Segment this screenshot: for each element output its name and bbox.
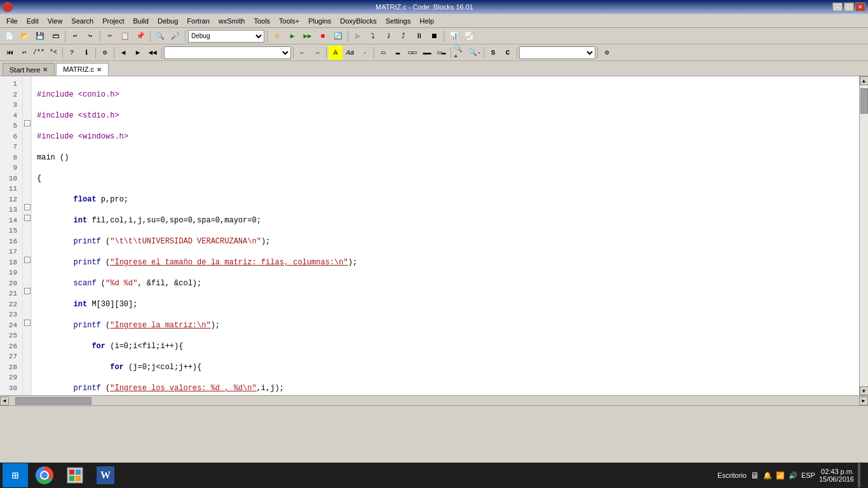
tb2-sel-btn2[interactable]: ▬ (391, 46, 405, 60)
menu-tools-plus[interactable]: Tools+ (275, 16, 303, 26)
tb2-comment[interactable]: /** (32, 46, 46, 60)
tb2-comment2[interactable]: *< (46, 46, 60, 60)
tab-start-here-close[interactable]: ✕ (43, 66, 48, 73)
tb2-btn1[interactable]: ⏮ (3, 46, 17, 60)
scroll-right-button[interactable]: ▶ (859, 396, 868, 405)
taskbar-codeblocks[interactable] (61, 463, 89, 487)
minimize-button[interactable]: − (832, 3, 843, 11)
build-button[interactable]: ⚙ (270, 29, 284, 43)
save-all-button[interactable]: 🗃 (48, 29, 62, 43)
tb2-sel-btn5[interactable]: ▭▬ (435, 46, 449, 60)
debug-over-button[interactable]: ⤸ (381, 29, 395, 43)
menu-help[interactable]: Help (416, 16, 438, 26)
tb2-back-btn[interactable]: ← (295, 46, 309, 60)
plugin-btn2[interactable]: 📈 (462, 29, 476, 43)
tb2-C-btn[interactable]: C (501, 46, 515, 60)
fold-21[interactable]: - (23, 286, 31, 297)
debug-run-button[interactable]: ▷ (351, 29, 365, 43)
find-button[interactable]: 🔍 (153, 29, 167, 43)
close-button[interactable]: ✕ (855, 3, 865, 11)
fold-13[interactable]: - (23, 202, 31, 213)
debug-step-button[interactable]: ⤵ (366, 29, 380, 43)
scroll-up-button[interactable]: ▲ (860, 76, 869, 85)
scroll-down-button[interactable]: ▼ (860, 386, 869, 395)
menu-build[interactable]: Build (129, 16, 152, 26)
taskbar-chrome[interactable] (31, 463, 58, 487)
code-line-8: printf ("\t\t\tUNIVERSIDAD VERACRUZANA\n… (37, 236, 854, 247)
tb2-settings-btn[interactable]: ⚙ (98, 46, 112, 60)
cut-button[interactable]: ✂ (103, 29, 117, 43)
menu-doxyblocks[interactable]: DoxyBlocks (336, 16, 380, 26)
tb2-zoom-in[interactable]: 🔍+ (453, 46, 467, 60)
tb2-zoom-out[interactable]: 🔍- (468, 46, 482, 60)
copy-button[interactable]: 📋 (118, 29, 132, 43)
menu-file[interactable]: File (3, 16, 22, 26)
show-desktop-btn[interactable] (858, 463, 860, 487)
paste-button[interactable]: 📌 (133, 29, 147, 43)
run-button[interactable]: ▶ (285, 29, 299, 43)
new-button[interactable]: 📄 (3, 29, 17, 43)
tb2-nav-prev2[interactable]: ◀◀ (146, 46, 159, 60)
tb2-info-btn[interactable]: ℹ (79, 46, 93, 60)
rebuild-button[interactable]: 🔄 (331, 29, 345, 43)
tb2-dot-btn[interactable]: · (358, 46, 372, 60)
style-select[interactable] (519, 46, 595, 59)
save-button[interactable]: 💾 (33, 29, 47, 43)
tb2-highlight-btn[interactable]: A (329, 46, 342, 60)
fold-18[interactable]: - (23, 255, 31, 266)
undo-button[interactable]: ↩ (68, 29, 82, 43)
menu-settings[interactable]: Settings (382, 16, 415, 26)
code-editor[interactable]: #include <conio.h> #include <stdio.h> #i… (32, 76, 859, 395)
tab-start-here[interactable]: Start here ✕ (3, 63, 55, 76)
tb2-nav-next[interactable]: ▶ (131, 46, 145, 60)
scroll-track[interactable] (860, 85, 869, 386)
menu-wxsmith[interactable]: wxSmith (215, 16, 249, 26)
hscroll-thumb[interactable] (15, 397, 92, 405)
tb2-sel-btn3[interactable]: ▭▭ (405, 46, 419, 60)
tb2-btn2[interactable]: ↩ (17, 46, 31, 60)
redo-button[interactable]: ↪ (83, 29, 97, 43)
tb2-help-btn[interactable]: ? (65, 46, 79, 60)
horizontal-scrollbar[interactable]: ◀ ▶ (0, 395, 868, 405)
taskbar-word[interactable]: W (92, 463, 119, 487)
navigate-select[interactable] (164, 46, 291, 59)
replace-button[interactable]: 🔎 (168, 29, 182, 43)
tb2-sel-btn4[interactable]: ▬▬ (420, 46, 434, 60)
scroll-thumb[interactable] (860, 88, 868, 114)
build-target-select[interactable]: Debug Release (188, 30, 264, 43)
fold-14[interactable]: - (23, 213, 31, 224)
tb2-font-btn[interactable]: Aa (343, 46, 357, 60)
fold-5[interactable]: - (23, 118, 31, 129)
scroll-left-button[interactable]: ◀ (0, 396, 9, 405)
start-button[interactable]: ⊞ (3, 463, 28, 487)
show-desktop-button[interactable]: 🖥 (750, 470, 759, 480)
tab-matriz-c[interactable]: MATRIZ.c ✕ (56, 63, 109, 76)
menu-edit[interactable]: Edit (23, 16, 43, 26)
tb2-extra-btn[interactable]: ⚙ (600, 46, 614, 60)
open-button[interactable]: 📂 (18, 29, 32, 43)
build-run-button[interactable]: ▶▶ (301, 29, 315, 43)
tb2-S-btn[interactable]: S (486, 46, 500, 60)
hscroll-track[interactable] (9, 396, 859, 405)
tb2-fwd-btn[interactable]: → (310, 46, 324, 60)
tb2-nav-prev[interactable]: ◀ (116, 46, 130, 60)
sep3 (150, 30, 151, 42)
menu-debug[interactable]: Debug (154, 16, 182, 26)
menu-project[interactable]: Project (98, 16, 128, 26)
menu-search[interactable]: Search (67, 16, 97, 26)
stop-button[interactable]: ■ (316, 29, 330, 43)
menu-tools[interactable]: Tools (250, 16, 274, 26)
fold-30 (23, 381, 31, 391)
menu-fortran[interactable]: Fortran (183, 16, 213, 26)
menu-view[interactable]: View (44, 16, 67, 26)
menu-plugins[interactable]: Plugins (304, 16, 335, 26)
tab-matriz-c-close[interactable]: ✕ (97, 66, 102, 73)
maximize-button[interactable]: □ (844, 3, 854, 11)
plugin-btn1[interactable]: 📊 (447, 29, 461, 43)
debug-out-button[interactable]: ⤴ (397, 29, 410, 43)
debug-stop-button[interactable]: ⏹ (427, 29, 441, 43)
fold-24[interactable]: - (23, 318, 31, 329)
vertical-scrollbar[interactable]: ▲ ▼ (859, 76, 868, 395)
tb2-sel-btn[interactable]: ▭ (376, 46, 390, 60)
debug-pause-button[interactable]: ⏸ (412, 29, 426, 43)
